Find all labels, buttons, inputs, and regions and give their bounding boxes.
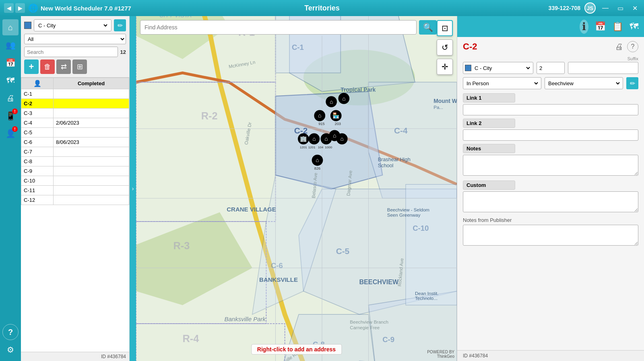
dp-link1-section: Link 1 <box>463 93 638 115</box>
export-territory-button[interactable]: ⊞ <box>72 59 87 74</box>
globe-icon[interactable]: 🗺 <box>630 21 638 32</box>
checklist-icon[interactable]: 📋 <box>612 21 623 32</box>
table-row[interactable]: C-7 <box>21 147 129 157</box>
dp-notes-textarea[interactable] <box>463 155 638 176</box>
add-territory-button[interactable]: + <box>24 59 39 74</box>
row-completed <box>54 99 129 109</box>
territory-panel: C - City R - Rural ✏ All Available In Pr… <box>21 16 130 361</box>
tp-id-footer: ID #436784 <box>21 352 129 361</box>
filter-select[interactable]: All Available In Progress <box>24 34 126 44</box>
main-layout: ⌂ 👥 📅 🗺 🖨 📱 👤 ? ⚙ C - City R - Rural ✏ <box>0 16 644 361</box>
dp-type-select[interactable]: C - City R - Rural <box>473 65 531 72</box>
tp-dropdown-row: C - City R - Rural ✏ <box>24 19 126 31</box>
dp-link1-input[interactable] <box>463 104 638 115</box>
nav-person-alert[interactable]: 👤 <box>2 125 19 142</box>
nav-settings[interactable]: ⚙ <box>2 342 19 358</box>
svg-text:CRANE VILLAGE: CRANE VILLAGE <box>227 206 276 213</box>
type-select[interactable]: C - City R - Rural <box>37 22 109 29</box>
nav-people[interactable]: 👥 <box>2 37 19 53</box>
notes-publisher-label: Notes from Publisher <box>463 217 638 223</box>
dp-notes-section: Notes <box>463 144 638 177</box>
table-row[interactable]: C-9 <box>21 166 129 176</box>
minimize-button[interactable]: — <box>600 4 611 12</box>
svg-text:826: 826 <box>314 166 320 170</box>
table-row[interactable]: C-2 <box>21 99 129 109</box>
user-badge: JS <box>584 2 596 14</box>
dp-suffix-input[interactable] <box>568 62 638 74</box>
svg-text:Beechview Branch: Beechview Branch <box>350 320 388 324</box>
row-id: C-6 <box>21 137 54 147</box>
row-id: C-7 <box>21 147 54 157</box>
table-row[interactable]: C-68/06/2023 <box>21 137 129 147</box>
table-row[interactable]: C-8 <box>21 157 129 166</box>
dp-title-actions: 🖨 ? <box>615 41 638 52</box>
dp-custom-textarea[interactable] <box>463 191 638 212</box>
table-row[interactable]: C-5 <box>21 128 129 137</box>
svg-text:⌂: ⌂ <box>342 95 345 102</box>
svg-text:Banksville Park: Banksville Park <box>224 316 266 322</box>
table-row[interactable]: C-3 <box>21 109 129 118</box>
nav-mobile-alert[interactable]: 📱 <box>2 108 19 124</box>
user-id: 339-122-708 <box>549 5 580 11</box>
dp-number-input[interactable] <box>537 62 565 74</box>
schedule-icon[interactable]: 📅 <box>595 21 606 32</box>
svg-text:Technolo...: Technolo... <box>415 296 438 301</box>
svg-text:BEECHVIEW: BEECHVIEW <box>359 278 399 285</box>
dp-link2-input[interactable] <box>463 129 638 141</box>
tp-filter-row: All Available In Progress <box>24 34 126 44</box>
tp-toolbar: + 🗑 ⇄ ⊞ <box>24 59 126 74</box>
maximize-button[interactable]: ▭ <box>615 4 626 13</box>
svg-text:C-4: C-4 <box>394 126 408 135</box>
nav-calendar[interactable]: 📅 <box>2 55 19 71</box>
dp-help-button[interactable]: ? <box>627 41 638 52</box>
svg-text:104: 104 <box>318 146 324 149</box>
info-icon[interactable]: ℹ <box>580 20 588 34</box>
map-select-button[interactable]: ⊡ <box>437 20 453 36</box>
map-pan-button[interactable]: ✛ <box>437 59 453 75</box>
back-button[interactable]: ◀ <box>4 3 14 13</box>
dp-print-button[interactable]: 🖨 <box>615 41 623 52</box>
dp-congregation-select[interactable]: Beechview Banksville <box>547 80 621 87</box>
map-rotate-button[interactable]: ↺ <box>437 39 453 55</box>
search-input[interactable] <box>24 47 118 57</box>
type-edit-button[interactable]: ✏ <box>114 19 126 31</box>
row-completed <box>54 176 129 186</box>
row-id: C-9 <box>21 166 54 176</box>
dp-top-icons: ℹ 📅 📋 🗺 <box>457 16 644 37</box>
forward-button[interactable]: ▶ <box>15 3 25 13</box>
delete-territory-button[interactable]: 🗑 <box>40 59 55 74</box>
svg-text:R-3: R-3 <box>173 240 190 251</box>
nav-print[interactable]: 🖨 <box>2 90 19 106</box>
dp-notes-publisher-textarea[interactable] <box>463 225 638 246</box>
territory-count: 12 <box>120 49 126 55</box>
find-address-input[interactable] <box>140 20 417 35</box>
svg-text:C-2: C-2 <box>294 126 308 135</box>
row-id: C-3 <box>21 109 54 118</box>
transfer-territory-button[interactable]: ⇄ <box>56 59 71 74</box>
collapse-handle[interactable]: › <box>130 16 136 361</box>
nav-map[interactable]: 🗺 <box>2 72 19 88</box>
type-dropdown[interactable]: C - City R - Rural <box>34 19 111 31</box>
svg-text:203: 203 <box>335 122 341 126</box>
close-button[interactable]: ✕ <box>630 4 640 13</box>
svg-text:🏪: 🏪 <box>332 112 340 119</box>
table-row[interactable]: C-10 <box>21 176 129 186</box>
map-search-bar: 🔍 <box>140 20 437 35</box>
suffix-label: Suffix <box>568 56 638 61</box>
table-row[interactable]: C-12 <box>21 195 129 205</box>
table-row[interactable]: C-1 <box>21 89 129 99</box>
nav-home[interactable]: ⌂ <box>2 19 19 35</box>
svg-text:⌂: ⌂ <box>324 135 328 142</box>
table-row[interactable]: C-11 <box>21 186 129 195</box>
dp-congregation-edit-button[interactable]: ✏ <box>626 77 638 89</box>
table-row[interactable]: C-42/06/2023 <box>21 118 129 128</box>
svg-text:⌂: ⌂ <box>333 132 336 139</box>
nav-arrows: ◀ ▶ <box>4 3 25 13</box>
map-search-button[interactable]: 🔍 <box>419 20 437 35</box>
map-area[interactable]: CITY VISTA R-2 R-3 R-4 R-1 C-3 C-2 C-4 C… <box>136 16 457 361</box>
row-id: C-10 <box>21 176 54 186</box>
dp-mode-select[interactable]: In Person Phone Letter <box>465 80 539 87</box>
nav-help[interactable]: ? <box>2 324 19 340</box>
dp-custom-section: Custom <box>463 180 638 214</box>
svg-text:⌂: ⌂ <box>316 157 319 163</box>
